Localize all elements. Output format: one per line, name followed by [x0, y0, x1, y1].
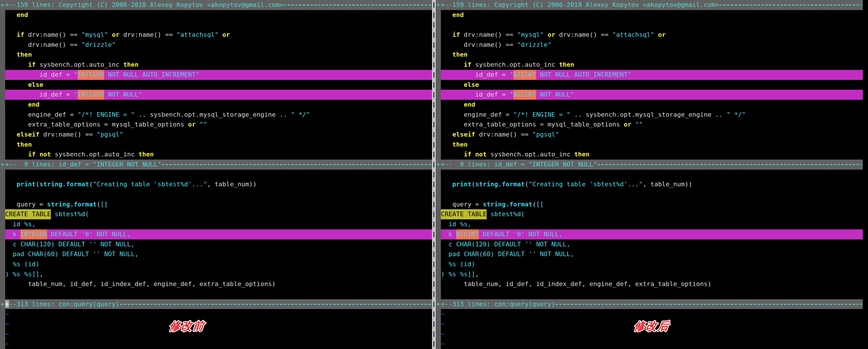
- blank-line: [436, 20, 863, 30]
- fold-column: [436, 289, 441, 299]
- fold-column: [436, 110, 441, 120]
- fold-column: [0, 50, 5, 60]
- fold-column: +: [436, 160, 441, 169]
- fold-column: [0, 339, 5, 349]
- fold-column: +: [0, 299, 5, 309]
- line-text: [5, 20, 432, 30]
- code-line: id_def = "INTEGER NOT NULL": [0, 90, 432, 100]
- code-line: then: [436, 140, 863, 150]
- fold-column: [436, 209, 441, 219]
- line-text: engine_def = "/*! ENGINE = " .. sysbench…: [441, 110, 863, 120]
- fold-line[interactable]: ++--313 lines: con:query(query): [0, 299, 432, 309]
- line-text: CREATE TABLE sbtest%d(: [441, 209, 863, 219]
- blank-line: [0, 169, 432, 180]
- tilde-line: ~: [0, 329, 432, 339]
- fold-column: [436, 219, 441, 229]
- code-line: id_def = "INTEGER NOT NULL AUTO_INCREMEN…: [0, 70, 432, 80]
- tilde-marker: ~: [5, 309, 9, 319]
- line-text: else: [5, 80, 432, 90]
- line-text: c CHAR(120) DEFAULT '' NOT NULL,: [441, 240, 863, 250]
- line-text: +--313 lines: con:query(query): [441, 299, 863, 309]
- fold-column: [0, 219, 5, 229]
- line-text: ~: [5, 329, 432, 339]
- line-text: c CHAR(120) DEFAULT '' NOT NULL,: [5, 240, 432, 250]
- code-line: then: [0, 140, 432, 150]
- code-line: if not sysbench.opt.auto_inc then: [0, 150, 432, 160]
- line-text: then: [5, 50, 432, 60]
- fold-column: +: [436, 0, 441, 10]
- code-line: engine_def = "/*! ENGINE = " .. sysbench…: [436, 110, 863, 120]
- fold-dash-fill: [597, 160, 863, 169]
- code-line: end: [0, 100, 432, 110]
- line-text: end: [441, 100, 863, 110]
- blank-line: [0, 189, 432, 199]
- code-line: else: [0, 80, 432, 90]
- annotation-after: 修改后: [633, 321, 670, 331]
- fold-column: [0, 120, 5, 130]
- line-text: end: [5, 100, 432, 110]
- code-line: if not sysbench.opt.auto_inc then: [436, 150, 863, 160]
- fold-column: +: [0, 0, 5, 10]
- line-text: +--159 lines: Copyright (C) 2006-2018 Al…: [441, 0, 863, 10]
- fold-label: +--159 lines: Copyright (C) 2006-2018 Al…: [441, 0, 719, 10]
- line-text: [441, 289, 863, 299]
- line-text: k BIGINT DEFAULT '0' NOT NULL,: [441, 229, 863, 240]
- line-text: [441, 189, 863, 199]
- tilde-line: ~: [0, 319, 432, 329]
- line-text: extra_table_options = mysql_table_option…: [441, 120, 863, 130]
- fold-column: [436, 199, 441, 210]
- fold-line[interactable]: ++-- 9 lines: id_def = "INTEGER NOT NULL…: [0, 160, 432, 169]
- fold-column: [436, 319, 441, 329]
- code-line: elseif drv:name() == "pgsql": [436, 130, 863, 140]
- code-line: %s (id): [0, 259, 432, 269]
- fold-column: [436, 30, 441, 40]
- pane-after[interactable]: ++--159 lines: Copyright (C) 2006-2018 A…: [436, 0, 863, 349]
- code-line: ) %s %s]],: [436, 269, 863, 279]
- line-text: ~: [5, 339, 432, 349]
- fold-column: [436, 90, 441, 100]
- code-line: end: [436, 10, 863, 20]
- fold-line[interactable]: ++--313 lines: con:query(query): [436, 299, 863, 309]
- tilde-marker: ~: [441, 329, 445, 339]
- line-text: if not sysbench.opt.auto_inc then: [5, 150, 432, 160]
- fold-column: [0, 289, 5, 299]
- fold-column: [0, 10, 5, 20]
- window-separator[interactable]: [432, 0, 436, 349]
- fold-column: [0, 60, 5, 70]
- fold-column: [436, 50, 441, 60]
- code-line: k INTEGER DEFAULT '0' NOT NULL,: [0, 229, 432, 240]
- fold-column: [0, 40, 5, 50]
- line-text: extra_table_options = mysql_table_option…: [5, 120, 432, 130]
- fold-label: +--159 lines: Copyright (C) 2006-2018 Al…: [5, 0, 283, 10]
- line-text: then: [441, 50, 863, 60]
- code-line: id_def = "BIGINT NOT NULL AUTO_INCREMENT…: [436, 70, 863, 80]
- code-line: extra_table_options = mysql_table_option…: [0, 120, 432, 130]
- line-text: then: [441, 140, 863, 150]
- fold-column: [0, 20, 5, 30]
- line-text: id %s,: [441, 219, 863, 229]
- line-text: print(string.format("Creating table 'sbt…: [5, 180, 432, 189]
- line-text: id_def = "BIGINT NOT NULL": [441, 90, 863, 100]
- line-text: +-- 9 lines: id_def = "INTEGER NOT NULL": [5, 160, 432, 169]
- line-text: ~: [5, 309, 432, 319]
- code-line: extra_table_options = mysql_table_option…: [436, 120, 863, 130]
- line-text: CREATE TABLE sbtest%d(: [5, 209, 432, 219]
- line-text: [5, 169, 432, 180]
- fold-line[interactable]: ++--159 lines: Copyright (C) 2006-2018 A…: [436, 0, 863, 10]
- line-text: engine_def = "/*! ENGINE = " .. sysbench…: [5, 110, 432, 120]
- fold-column: [0, 329, 5, 339]
- code-line: print(string.format("Creating table 'sbt…: [0, 180, 432, 189]
- fold-column: [436, 269, 441, 279]
- line-text: table_num, id_def, id_index_def, engine_…: [5, 279, 432, 289]
- line-text: [5, 189, 432, 199]
- pane-before[interactable]: ++--159 lines: Copyright (C) 2006-2018 A…: [0, 0, 432, 349]
- code-line: if sysbench.opt.auto_inc then: [0, 60, 432, 70]
- fold-column: [0, 319, 5, 329]
- fold-line[interactable]: ++-- 9 lines: id_def = "INTEGER NOT NULL…: [436, 160, 863, 169]
- fold-column: [436, 329, 441, 339]
- pane-before-lines: ++--159 lines: Copyright (C) 2006-2018 A…: [0, 0, 432, 349]
- fold-line[interactable]: ++--159 lines: Copyright (C) 2006-2018 A…: [0, 0, 432, 10]
- line-text: k INTEGER DEFAULT '0' NOT NULL,: [5, 229, 432, 240]
- blank-line: [436, 289, 863, 299]
- fold-column: [436, 150, 441, 160]
